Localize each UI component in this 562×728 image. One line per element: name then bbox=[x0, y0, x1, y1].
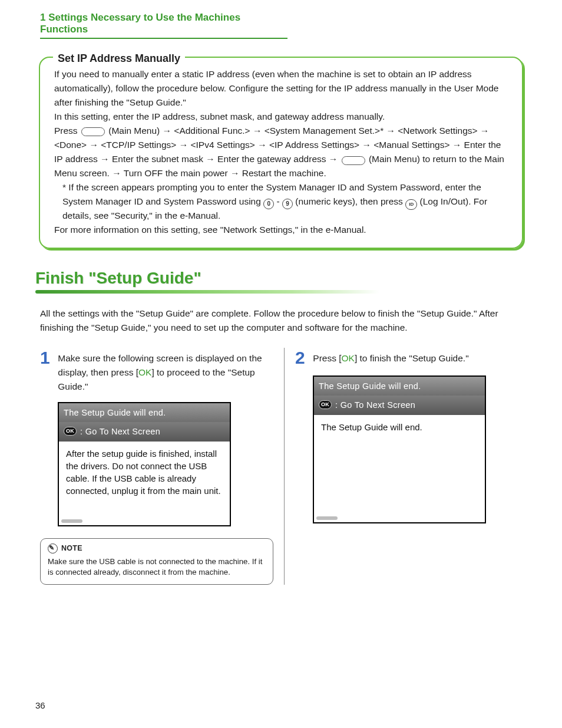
lcd-sub-label: : Go To Next Screen bbox=[335, 398, 415, 411]
lcd-body: After the setup guide is finished, insta… bbox=[59, 442, 230, 525]
ok-label: OK bbox=[138, 367, 151, 377]
lcd-screen-2: The Setup Guide will end. OK : Go To Nex… bbox=[313, 375, 486, 523]
numeric-key-0-icon: 0 bbox=[263, 199, 274, 209]
lcd-subbar: OK : Go To Next Screen bbox=[59, 422, 230, 442]
step-2-column: 2 Press [OK] to finish the "Setup Guide.… bbox=[285, 348, 524, 584]
step-2-pre: Press [ bbox=[313, 353, 341, 363]
lcd-screen-1: The Setup Guide will end. OK : Go To Nex… bbox=[58, 402, 231, 526]
step-1-text: Make sure the following screen is displa… bbox=[58, 348, 271, 394]
step-1-number: 1 bbox=[40, 348, 55, 367]
step-2-number: 2 bbox=[295, 348, 310, 367]
lcd-titlebar: The Setup Guide will end. bbox=[314, 377, 485, 395]
main-menu-button-icon bbox=[342, 156, 365, 165]
callout-box: Set IP Address Manually If you need to m… bbox=[39, 57, 523, 249]
ok-badge-icon: OK bbox=[64, 427, 77, 436]
main-menu-button-icon bbox=[81, 127, 105, 136]
note-head: NOTE bbox=[48, 543, 266, 554]
ok-label: OK bbox=[342, 353, 355, 363]
lcd-titlebar: The Setup Guide will end. bbox=[59, 403, 230, 421]
callout-para-1: If you need to manually enter a static I… bbox=[54, 67, 508, 110]
press-label: Press bbox=[54, 126, 80, 136]
step-2-post: ] to finish the "Setup Guide." bbox=[355, 353, 469, 363]
scroll-indicator-icon bbox=[61, 519, 82, 523]
callout-footnote: * If the screen appears prompting you to… bbox=[54, 180, 508, 223]
lcd-body-text: The Setup Guide will end. bbox=[321, 422, 422, 432]
chapter-heading: 1 Settings Necessary to Use the Machines… bbox=[40, 12, 287, 39]
pencil-icon bbox=[48, 543, 58, 554]
scroll-indicator-icon bbox=[316, 516, 338, 520]
numeric-keys-label: (numeric keys), then press bbox=[293, 196, 405, 206]
step-2-text: Press [OK] to finish the "Setup Guide." bbox=[313, 348, 520, 365]
step-1-column: 1 Make sure the following screen is disp… bbox=[38, 348, 285, 584]
ok-badge-icon: OK bbox=[319, 400, 332, 409]
callout-para-2: In this setting, enter the IP address, s… bbox=[54, 110, 508, 124]
callout-procedure: Press (Main Menu) → <Additional Func.> →… bbox=[54, 124, 508, 180]
note-label: NOTE bbox=[61, 543, 82, 554]
page-number: 36 bbox=[35, 700, 45, 710]
lcd-sub-label: : Go To Next Screen bbox=[80, 425, 160, 438]
section-intro: All the settings with the "Setup Guide" … bbox=[40, 307, 522, 335]
lcd-body-text: After the setup guide is finished, insta… bbox=[66, 449, 221, 496]
callout-more-info: For more information on this setting, se… bbox=[54, 223, 508, 237]
section-rule bbox=[35, 290, 527, 294]
lcd-body: The Setup Guide will end. bbox=[314, 415, 485, 522]
numeric-key-9-icon: 9 bbox=[282, 199, 293, 209]
lcd-subbar: OK : Go To Next Screen bbox=[314, 396, 485, 415]
section-title: Finish "Setup Guide" bbox=[35, 269, 527, 288]
callout-title: Set IP Address Manually bbox=[53, 51, 185, 67]
note-box: NOTE Make sure the USB cable is not conn… bbox=[40, 538, 273, 584]
note-body: Make sure the USB cable is not connected… bbox=[48, 556, 266, 578]
id-key-icon: ID bbox=[405, 199, 417, 210]
steps-columns: 1 Make sure the following screen is disp… bbox=[38, 348, 524, 584]
